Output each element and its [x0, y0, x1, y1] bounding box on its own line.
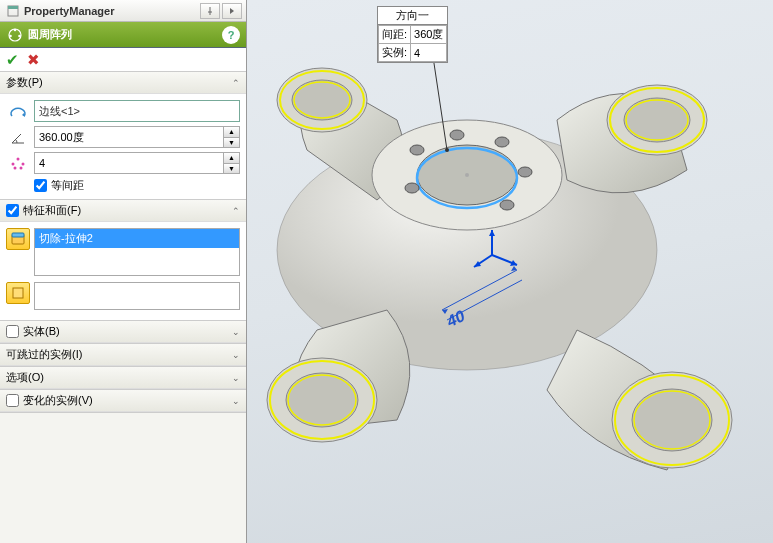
- flag-spacing-label: 间距:: [379, 26, 411, 44]
- feature-title-bar: 圆周阵列 ?: [0, 22, 246, 48]
- svg-point-6: [17, 158, 20, 161]
- svg-point-39: [405, 183, 419, 193]
- skip-title: 可跳过的实例(I): [6, 347, 82, 362]
- parameters-section: 参数(P) ⌃ 边线<1> ▲▼: [0, 72, 246, 200]
- features-listbox[interactable]: 切除-拉伸2: [34, 228, 240, 276]
- faces-listbox[interactable]: [34, 282, 240, 310]
- 3d-viewport[interactable]: 方向一 间距:360度 实例:4 40: [247, 0, 773, 543]
- tab-icon: [4, 3, 22, 19]
- bodies-section: 实体(B) ⌄: [0, 321, 246, 344]
- angle-spin-up[interactable]: ▲: [224, 127, 239, 138]
- angle-input[interactable]: ▲▼: [34, 126, 240, 148]
- equal-spacing-checkbox[interactable]: [34, 179, 47, 192]
- chevron-down-icon: ⌄: [232, 373, 240, 383]
- svg-point-36: [495, 137, 509, 147]
- svg-point-37: [518, 167, 532, 177]
- origin-triad: [472, 225, 532, 285]
- chevron-down-icon: ⌄: [232, 327, 240, 337]
- svg-point-9: [14, 167, 17, 170]
- svg-point-42: [445, 148, 449, 152]
- angle-icon: [6, 126, 30, 148]
- count-field[interactable]: [35, 153, 223, 173]
- parameters-title: 参数(P): [6, 75, 43, 90]
- count-spin-up[interactable]: ▲: [224, 153, 239, 164]
- svg-point-10: [20, 167, 23, 170]
- svg-point-21: [624, 98, 690, 142]
- axis-selection[interactable]: 边线<1>: [34, 100, 240, 122]
- varied-section: 变化的实例(V) ⌄: [0, 390, 246, 413]
- property-manager-title: PropertyManager: [24, 5, 200, 17]
- feature-select-icon: [6, 228, 30, 250]
- features-faces-title: 特征和面(F): [23, 203, 81, 218]
- angle-spin-down[interactable]: ▼: [224, 138, 239, 148]
- svg-point-35: [450, 130, 464, 140]
- svg-point-25: [286, 373, 358, 427]
- flag-spacing-value[interactable]: 360度: [411, 26, 447, 44]
- chevron-down-icon: ⌄: [232, 396, 240, 406]
- instances-icon: [6, 152, 30, 174]
- feature-name: 圆周阵列: [28, 27, 222, 42]
- svg-point-7: [12, 163, 15, 166]
- svg-point-8: [22, 163, 25, 166]
- chevron-up-icon: ⌃: [232, 206, 240, 216]
- features-faces-header[interactable]: 特征和面(F) ⌃: [0, 200, 246, 222]
- help-button[interactable]: ?: [222, 26, 240, 44]
- options-section: 选项(O) ⌄: [0, 367, 246, 390]
- count-input[interactable]: ▲▼: [34, 152, 240, 174]
- next-button[interactable]: [222, 3, 242, 19]
- chevron-down-icon: ⌄: [232, 350, 240, 360]
- flag-instances-value[interactable]: 4: [411, 44, 447, 62]
- direction-flag[interactable]: 方向一 间距:360度 实例:4: [377, 6, 448, 63]
- svg-point-40: [465, 173, 469, 177]
- svg-rect-13: [13, 288, 23, 298]
- varied-header[interactable]: 变化的实例(V) ⌄: [0, 390, 246, 412]
- svg-point-34: [410, 145, 424, 155]
- svg-point-17: [292, 80, 352, 120]
- skip-header[interactable]: 可跳过的实例(I) ⌄: [0, 344, 246, 366]
- svg-point-29: [632, 389, 712, 451]
- count-spin-down[interactable]: ▼: [224, 164, 239, 174]
- varied-checkbox[interactable]: [6, 394, 19, 407]
- parameters-header[interactable]: 参数(P) ⌃: [0, 72, 246, 94]
- cancel-button[interactable]: ✖: [27, 51, 40, 69]
- feature-item[interactable]: 切除-拉伸2: [35, 229, 239, 248]
- flag-instances-label: 实例:: [379, 44, 411, 62]
- svg-point-5: [9, 34, 12, 37]
- features-faces-section: 特征和面(F) ⌃ 切除-拉伸2: [0, 200, 246, 321]
- face-select-icon: [6, 282, 30, 304]
- svg-point-3: [14, 28, 17, 31]
- bodies-header[interactable]: 实体(B) ⌄: [0, 321, 246, 343]
- ok-button[interactable]: ✔: [6, 51, 19, 69]
- circular-pattern-icon: [6, 26, 24, 44]
- bodies-checkbox[interactable]: [6, 325, 19, 338]
- features-faces-checkbox[interactable]: [6, 204, 19, 217]
- axis-icon: [6, 100, 30, 122]
- equal-spacing-label: 等间距: [51, 178, 84, 193]
- varied-title: 变化的实例(V): [23, 393, 93, 408]
- svg-rect-12: [12, 233, 24, 237]
- property-manager-panel: PropertyManager 圆周阵列 ? ✔ ✖ 参数(P) ⌃ 边线<1>: [0, 0, 247, 543]
- options-header[interactable]: 选项(O) ⌄: [0, 367, 246, 389]
- svg-rect-1: [8, 6, 18, 9]
- property-manager-header: PropertyManager: [0, 0, 246, 22]
- svg-point-4: [18, 34, 21, 37]
- skip-section: 可跳过的实例(I) ⌄: [0, 344, 246, 367]
- angle-field[interactable]: [35, 127, 223, 147]
- flag-header: 方向一: [378, 7, 447, 25]
- ok-cancel-bar: ✔ ✖: [0, 48, 246, 72]
- options-title: 选项(O): [6, 370, 44, 385]
- bodies-title: 实体(B): [23, 324, 60, 339]
- pin-button[interactable]: [200, 3, 220, 19]
- chevron-up-icon: ⌃: [232, 78, 240, 88]
- svg-point-38: [500, 200, 514, 210]
